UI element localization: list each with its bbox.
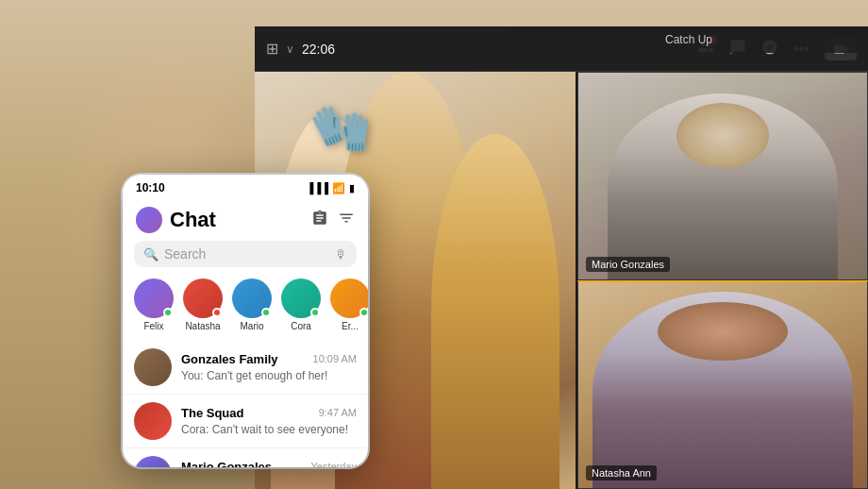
- phone-time: 10:10: [136, 181, 165, 194]
- chat-item-squad[interactable]: The Squad 9:47 AM Cora: Can't wait to se…: [123, 395, 368, 448]
- er-name: Er...: [342, 321, 359, 331]
- video-name-mario: Mario Gonzales: [586, 257, 670, 272]
- felix-status: [163, 308, 173, 317]
- avatar-er-img: [330, 278, 368, 318]
- chat-avatar-squad: [134, 402, 172, 440]
- chat-list: Gonzales Family 10:09 AM You: Can't get …: [123, 341, 368, 467]
- chat-time-squad: 9:47 AM: [319, 407, 357, 418]
- video-tile-mario: Mario Gonzales: [577, 72, 868, 280]
- title-bar: Catch Up: [509, 26, 868, 53]
- wifi-icon: 📶: [332, 182, 345, 194]
- avatar-felix-img: [134, 278, 174, 318]
- mario-status: [261, 308, 271, 317]
- phone-app-title: Chat: [170, 208, 216, 232]
- chat-name-row-squad: The Squad 9:47 AM: [181, 406, 357, 420]
- chat-info-squad: The Squad 9:47 AM Cora: Can't wait to se…: [181, 406, 357, 437]
- search-icon: 🔍: [143, 247, 159, 261]
- chat-item-gonzales-family[interactable]: Gonzales Family 10:09 AM You: Can't get …: [123, 341, 368, 395]
- avatar-cora[interactable]: Cora: [281, 278, 321, 331]
- avatar-mario-img: [232, 278, 272, 318]
- video-side: Mario Gonzales Natasha Ann: [577, 72, 868, 489]
- phone-status-bar: 10:10 ▐▐▐ 📶 ▮: [123, 175, 368, 201]
- phone-app-header: Chat: [123, 201, 368, 241]
- cora-status: [310, 308, 320, 317]
- chat-info-mario: Mario Gonzales Yesterday Will pick up pi…: [181, 460, 357, 468]
- avatar-cora-img: [281, 278, 321, 318]
- person-man-head: [676, 103, 769, 168]
- avatar-felix[interactable]: Felix: [134, 278, 174, 331]
- chat-avatar-gonzales: [134, 348, 172, 386]
- chat-preview-gonzales: You: Can't get enough of her!: [181, 369, 327, 382]
- phone-header-icons: [311, 210, 355, 230]
- emoji-gloves: 🧤: [307, 95, 377, 162]
- avatar-natasha-img: [183, 278, 223, 318]
- chat-item-mario-gonzales[interactable]: Mario Gonzales Yesterday Will pick up pi…: [123, 448, 368, 467]
- chat-time-mario: Yesterday: [310, 461, 357, 467]
- phone-title-row: Chat: [136, 207, 216, 233]
- person-woman-head: [658, 302, 788, 361]
- felix-name: Felix: [143, 321, 163, 331]
- video-tile-natasha: Natasha Ann: [577, 280, 868, 490]
- grid-icon[interactable]: ⊞: [266, 40, 278, 58]
- chat-name-gonzales: Gonzales Family: [181, 352, 278, 366]
- er-status: [359, 308, 368, 317]
- avatar-natasha[interactable]: Natasha: [183, 278, 223, 331]
- person-woman-body: [593, 292, 852, 488]
- title-bar-text: Catch Up: [665, 33, 712, 46]
- chat-name-row-mario: Mario Gonzales Yesterday: [181, 460, 357, 468]
- avatar-er[interactable]: Er...: [330, 278, 368, 331]
- chat-info-gonzales: Gonzales Family 10:09 AM You: Can't get …: [181, 352, 357, 383]
- battery-icon: ▮: [349, 182, 355, 194]
- phone-profile-avatar[interactable]: [136, 207, 162, 233]
- avatar-row: Felix Natasha Mario Cora Er...: [123, 275, 368, 341]
- chat-name-squad: The Squad: [181, 406, 243, 420]
- natasha-status: [212, 308, 222, 317]
- chat-preview-squad: Cora: Can't wait to see everyone!: [181, 423, 348, 436]
- video-name-natasha: Natasha Ann: [586, 465, 657, 481]
- mario-name: Mario: [240, 321, 263, 331]
- cora-name: Cora: [291, 321, 311, 331]
- status-icons: ▐▐▐ 📶 ▮: [307, 182, 355, 194]
- chat-name-row-gonzales: Gonzales Family 10:09 AM: [181, 352, 357, 366]
- filter-icon[interactable]: [338, 210, 355, 230]
- chat-name-mario: Mario Gonzales: [181, 460, 272, 468]
- toolbar-time: 22:06: [302, 42, 335, 57]
- toolbar-left: ⊞ ∨ 22:06: [266, 40, 335, 58]
- signal-icon: ▐▐▐: [307, 182, 328, 194]
- search-placeholder: Search: [164, 246, 206, 261]
- phone-search-bar[interactable]: 🔍 Search 🎙: [134, 241, 357, 267]
- person-man-body: [608, 93, 839, 279]
- mic-icon[interactable]: 🎙: [335, 247, 347, 261]
- mobile-phone: 10:10 ▐▐▐ 📶 ▮ Chat 🔍 Search 🎙: [123, 175, 368, 467]
- toolbar-chevron: ∨: [286, 42, 294, 56]
- avatar-mario[interactable]: Mario: [232, 278, 272, 331]
- person-child: [431, 134, 559, 489]
- chat-avatar-mario: [134, 456, 172, 467]
- natasha-name: Natasha: [185, 321, 220, 331]
- compose-icon[interactable]: [311, 210, 328, 230]
- chat-time-gonzales: 10:09 AM: [313, 353, 357, 364]
